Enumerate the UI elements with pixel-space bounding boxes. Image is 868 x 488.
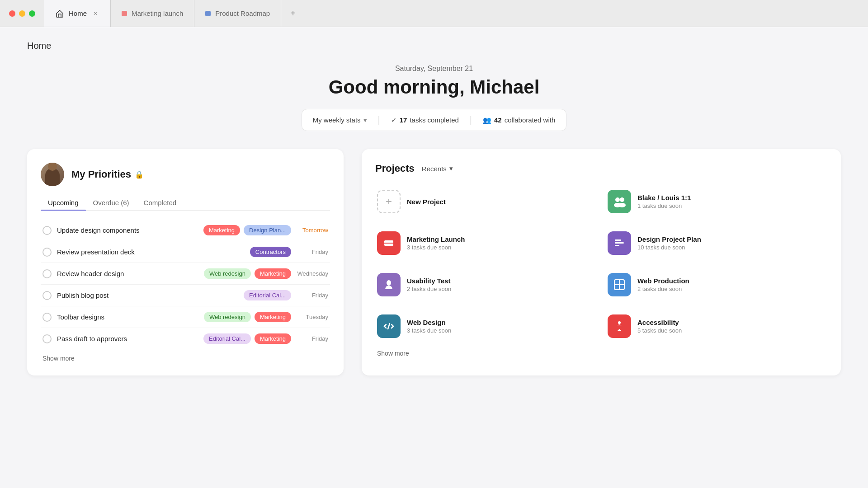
show-more-tasks-button[interactable]: Show more [41, 349, 330, 362]
add-tab-button[interactable]: + [281, 0, 305, 27]
task-name: Review header design [57, 270, 198, 277]
project-tasks: 10 tasks due soon [637, 244, 701, 251]
lock-icon: 🔒 [135, 170, 144, 179]
tab-home-label: Home [69, 9, 87, 17]
tab-roadmap[interactable]: Product Roadmap [194, 0, 281, 27]
projects-header: Projects Recents ▾ [375, 163, 827, 174]
task-checkbox[interactable] [42, 248, 52, 257]
collaborated-count: 42 [494, 116, 502, 124]
window-close-dot[interactable] [9, 10, 15, 17]
window-controls [0, 10, 44, 17]
chevron-down-icon: ▾ [449, 164, 453, 173]
people-project-icon [613, 195, 626, 208]
project-tasks: 3 tasks due soon [407, 244, 465, 251]
projects-title: Projects [375, 163, 415, 174]
tab-upcoming[interactable]: Upcoming [41, 195, 86, 210]
tab-bar: Home ✕ Marketing launch Product Roadmap … [44, 0, 868, 27]
project-item-web-design[interactable]: Web Design 3 tasks due soon [375, 310, 597, 343]
tag[interactable]: Editorial Cal... [203, 333, 251, 344]
home-icon [55, 9, 64, 18]
svg-line-14 [388, 324, 390, 329]
accessibility-project-icon [613, 320, 626, 333]
project-item-accessibility[interactable]: Accessibility 5 tasks due soon [606, 310, 827, 343]
projects-panel: Projects Recents ▾ + New Project [362, 149, 841, 375]
show-more-projects-button[interactable]: Show more [375, 343, 827, 357]
recents-button[interactable]: Recents ▾ [422, 164, 453, 173]
svg-rect-6 [615, 239, 621, 241]
project-icon-accessibility [608, 314, 631, 338]
tab-roadmap-dot [205, 11, 211, 16]
project-name: New Project [407, 198, 446, 206]
priorities-panel: My Priorities 🔒 Upcoming Overdue (6) Com… [27, 149, 344, 375]
tag[interactable]: Web redesign [204, 268, 251, 279]
design-plan-project-icon [613, 237, 626, 249]
project-name: Web Production [637, 277, 689, 285]
project-name: Design Project Plan [637, 235, 701, 243]
tag[interactable]: Marketing [203, 225, 240, 235]
project-item-usability[interactable]: Usability Test 2 tasks due soon [375, 268, 597, 301]
tag[interactable]: Marketing [255, 333, 291, 344]
priorities-header: My Priorities 🔒 [41, 163, 330, 186]
tab-marketing-label: Marketing launch [132, 9, 183, 17]
project-info: Design Project Plan 10 tasks due soon [637, 235, 701, 251]
task-tags: Editorial Cal... Marketing [203, 333, 291, 344]
task-checkbox[interactable] [42, 269, 52, 278]
project-icon-blake [608, 190, 631, 213]
stats-divider-1: | [378, 115, 380, 125]
tab-overdue[interactable]: Overdue (6) [86, 195, 137, 210]
task-tags: Web redesign Marketing [204, 312, 291, 322]
task-checkbox[interactable] [42, 334, 52, 343]
stats-bar: My weekly stats ▾ | ✓ 17 tasks completed… [302, 109, 567, 131]
task-name: Publish blog post [57, 291, 238, 299]
project-name: Accessibility [637, 319, 682, 326]
svg-point-3 [618, 203, 626, 207]
task-item: Review header design Web redesign Market… [41, 263, 330, 285]
recents-label: Recents [422, 165, 447, 173]
tag[interactable]: Marketing [255, 312, 291, 322]
project-item-marketing[interactable]: Marketing Launch 3 tasks due soon [375, 227, 597, 259]
tag[interactable]: Contractors [250, 247, 291, 257]
marketing-project-icon [382, 237, 395, 249]
task-date: Tuesday [297, 314, 328, 320]
tab-roadmap-label: Product Roadmap [215, 9, 270, 17]
web-prod-project-icon [613, 278, 626, 291]
projects-grid: + New Project [375, 185, 827, 343]
web-design-project-icon [382, 320, 395, 333]
checkmark-icon: ✓ [391, 116, 397, 124]
project-icon-design-plan [608, 231, 631, 255]
task-name: Update design components [57, 226, 198, 234]
project-name: Usability Test [407, 277, 451, 285]
weekly-stats-button[interactable]: My weekly stats ▾ [313, 116, 367, 124]
page-title: Home [27, 41, 841, 51]
project-tasks: 5 tasks due soon [637, 327, 682, 334]
tab-marketing[interactable]: Marketing launch [111, 0, 194, 27]
task-checkbox[interactable] [42, 313, 52, 322]
project-item-web-prod[interactable]: Web Production 2 tasks due soon [606, 268, 827, 301]
tag[interactable]: Marketing [255, 268, 291, 279]
window-maximize-dot[interactable] [29, 10, 35, 17]
task-date: Wednesday [297, 270, 328, 277]
tab-completed[interactable]: Completed [137, 195, 184, 210]
project-name: Marketing Launch [407, 235, 465, 243]
task-item: Review presentation deck Contractors Fri… [41, 241, 330, 263]
project-info: Marketing Launch 3 tasks due soon [407, 235, 465, 251]
project-name: Web Design [407, 319, 451, 326]
window-minimize-dot[interactable] [19, 10, 25, 17]
tab-home-close[interactable]: ✕ [91, 9, 99, 18]
tab-marketing-dot [122, 11, 127, 16]
project-item-blake[interactable]: Blake / Louis 1:1 1 tasks due soon [606, 185, 827, 218]
priorities-tabs: Upcoming Overdue (6) Completed [41, 195, 330, 211]
collaborated-label: collaborated with [505, 116, 556, 124]
project-item-design-plan[interactable]: Design Project Plan 10 tasks due soon [606, 227, 827, 259]
tag[interactable]: Web redesign [204, 312, 251, 322]
task-checkbox[interactable] [42, 226, 52, 235]
tag[interactable]: Design Plan... [244, 225, 291, 235]
project-info: Web Design 3 tasks due soon [407, 319, 451, 334]
task-name: Toolbar designs [57, 313, 198, 321]
tab-home[interactable]: Home ✕ [44, 0, 111, 27]
task-checkbox[interactable] [42, 291, 52, 300]
project-tasks: 3 tasks due soon [407, 327, 451, 334]
tasks-completed-count: 17 [400, 116, 407, 124]
new-project-button[interactable]: + New Project [375, 185, 597, 218]
tag[interactable]: Editorial Cal... [244, 290, 291, 300]
